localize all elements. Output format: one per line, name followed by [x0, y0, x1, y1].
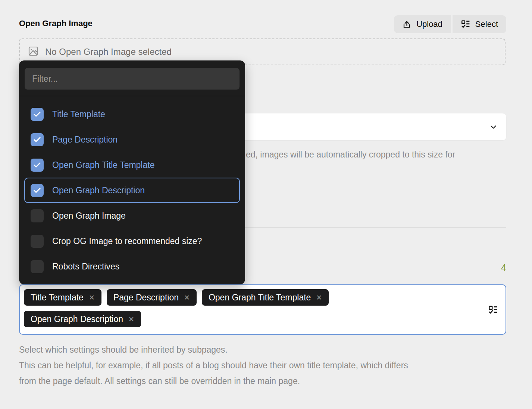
- check-icon: [33, 135, 41, 144]
- option-row[interactable]: Title Template: [24, 102, 240, 127]
- upload-button-label: Upload: [416, 19, 442, 29]
- inherited-settings-field[interactable]: Title Template ✕ Page Description ✕ Open…: [19, 284, 506, 335]
- checkbox[interactable]: [31, 108, 44, 121]
- tag-label: Title Template: [31, 293, 84, 303]
- option-row[interactable]: Crop OG Image to recommended size?: [24, 228, 240, 254]
- help-line: This can be helpful, for example, if all…: [19, 358, 511, 373]
- tag-chip[interactable]: Open Graph Title Template ✕: [202, 289, 329, 306]
- check-icon: [33, 186, 41, 195]
- filter-input[interactable]: [25, 68, 240, 90]
- help-line: Select which settings should be inherite…: [19, 342, 511, 358]
- checkbox[interactable]: [31, 235, 44, 248]
- select-button-label: Select: [475, 19, 498, 29]
- tags-container: Title Template ✕ Page Description ✕ Open…: [24, 289, 434, 327]
- option-label: Crop OG Image to recommended size?: [52, 236, 202, 246]
- option-row[interactable]: Robots Directives: [24, 254, 240, 279]
- tag-chip[interactable]: Title Template ✕: [24, 289, 101, 306]
- checklist-icon[interactable]: [488, 305, 498, 316]
- select-button[interactable]: Select: [453, 15, 506, 33]
- option-label: Page Description: [52, 135, 118, 145]
- remove-icon[interactable]: ✕: [128, 316, 134, 323]
- option-row[interactable]: Open Graph Image: [24, 203, 240, 228]
- checkbox[interactable]: [31, 133, 44, 146]
- remove-icon[interactable]: ✕: [316, 294, 322, 301]
- chevron-down-icon: [489, 123, 497, 132]
- checkbox[interactable]: [31, 209, 44, 222]
- remove-icon[interactable]: ✕: [89, 294, 95, 301]
- option-row[interactable]: Page Description: [24, 127, 240, 152]
- tag-label: Open Graph Description: [31, 314, 123, 324]
- option-row[interactable]: Open Graph Description: [24, 178, 240, 203]
- tag-label: Page Description: [113, 293, 179, 303]
- upload-icon: [402, 20, 411, 29]
- option-label: Open Graph Image: [52, 211, 126, 221]
- tag-chip[interactable]: Page Description ✕: [107, 289, 197, 306]
- checklist-icon: [461, 19, 470, 29]
- selected-count-badge: 4: [501, 262, 506, 273]
- option-label: Open Graph Title Template: [52, 160, 154, 170]
- checkbox[interactable]: [31, 184, 44, 197]
- filter-area: [19, 60, 245, 96]
- check-icon: [33, 110, 41, 119]
- image-icon: [28, 46, 38, 58]
- tag-label: Open Graph Title Template: [209, 293, 311, 303]
- option-label: Title Template: [52, 109, 105, 119]
- remove-icon[interactable]: ✕: [184, 294, 190, 301]
- settings-filter-dropdown: Title Template Page Description Open Gra…: [19, 60, 245, 284]
- field-help-text: Select which settings should be inherite…: [19, 342, 511, 389]
- option-row[interactable]: Open Graph Title Template: [24, 152, 240, 178]
- check-icon: [33, 161, 41, 169]
- option-label: Open Graph Description: [52, 185, 145, 196]
- option-label: Robots Directives: [52, 262, 119, 272]
- crop-helper-text: ed, images will be automatically cropped…: [246, 150, 455, 160]
- options-list: Title Template Page Description Open Gra…: [19, 96, 245, 284]
- dropzone-text: No Open Graph Image selected: [45, 47, 172, 57]
- tag-chip[interactable]: Open Graph Description ✕: [24, 311, 141, 327]
- page-title: Open Graph Image: [19, 19, 93, 28]
- upload-button[interactable]: Upload: [394, 15, 451, 33]
- checkbox[interactable]: [31, 260, 44, 273]
- help-line: from the page default. All settings can …: [19, 373, 511, 389]
- checkbox[interactable]: [31, 159, 44, 172]
- og-image-actions: Upload Select: [394, 15, 506, 33]
